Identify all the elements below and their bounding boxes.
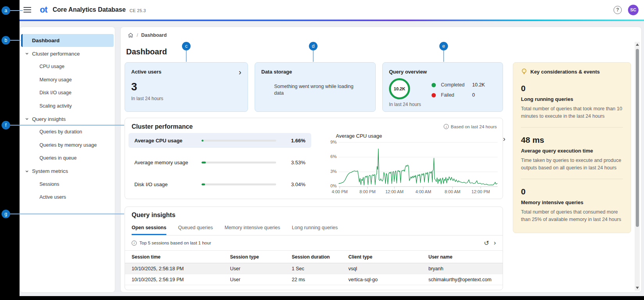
- annotation-line-e: [443, 50, 444, 62]
- tab-open-sessions[interactable]: Open sessions: [132, 225, 166, 235]
- bottom-black-band: [0, 296, 644, 300]
- x-tick-label: 4:00 PM: [332, 189, 348, 194]
- sidebar-item-queries-in-queue[interactable]: Queries in queue: [21, 152, 114, 165]
- screenshot-stage: ot Core Analytics Database CE 25.3 ? SC …: [0, 0, 644, 300]
- panel-title: Key considerations & events: [530, 69, 600, 75]
- query-insights-section: Query insights Open sessions Queued quer…: [125, 207, 503, 290]
- sidebar-item-scaling-activity[interactable]: Scaling activity: [21, 99, 114, 112]
- query-donut-chart: 10.2K: [389, 78, 410, 99]
- progress-bar: [202, 140, 276, 142]
- sidebar-item-cluster-performance[interactable]: Cluster performance: [21, 47, 114, 60]
- x-tick-label: 8:00 AM: [445, 189, 460, 194]
- annotation-line-a: [10, 10, 23, 11]
- hamburger-menu-icon[interactable]: [23, 7, 31, 13]
- sidebar-item-sessions[interactable]: Sessions: [21, 178, 114, 190]
- tab-long-running-queries[interactable]: Long running queries: [292, 225, 337, 235]
- table-header-row: Session time Session type Session durati…: [125, 251, 503, 263]
- breadcrumb: / Dashboard: [128, 32, 167, 38]
- annotation-marker-c: c: [182, 42, 191, 50]
- kp-avg-execution: 48 ms Average query execution time Time …: [521, 135, 623, 179]
- chart-title: Average CPU usage: [336, 133, 382, 139]
- home-icon[interactable]: [128, 32, 134, 38]
- annotation-line-c: [186, 50, 187, 62]
- chevron-down-icon: [25, 169, 29, 173]
- column-header: User name: [428, 254, 497, 260]
- active-users-value: 3: [131, 81, 241, 93]
- sidebar-nav: Dashboard Cluster performance CPU usage …: [20, 27, 115, 293]
- key-considerations-panel: Key considerations & events 0 Long runni…: [513, 62, 631, 233]
- card-title: Data storage: [261, 69, 292, 75]
- annotation-line-b: [10, 40, 20, 41]
- card-title: Query overview: [389, 69, 427, 75]
- annotation-marker-d: d: [309, 42, 318, 50]
- query-insights-tabs: Open sessions Queued queries Memory inte…: [132, 225, 503, 235]
- metric-average-memory[interactable]: Average memory usage 3.53%: [128, 155, 311, 170]
- annotation-line-d: [313, 50, 314, 62]
- chevron-right-icon[interactable]: ›: [239, 69, 241, 75]
- chevron-down-icon: [25, 52, 29, 56]
- data-storage-error-message: Something went wrong while loading data: [274, 83, 356, 97]
- column-header: Session type: [230, 254, 292, 260]
- y-tick-label: 3%: [325, 169, 337, 174]
- info-icon[interactable]: i: [132, 241, 137, 246]
- sessions-table: Session time Session type Session durati…: [125, 251, 503, 285]
- donut-value: 10.2K: [394, 86, 405, 91]
- info-icon: i: [444, 124, 449, 129]
- chevron-down-icon: [25, 117, 29, 121]
- sidebar-item-memory-usage[interactable]: Memory usage: [21, 73, 114, 86]
- app-title: Core Analytics Database: [53, 6, 126, 13]
- scroll-down-arrow-icon[interactable]: [635, 285, 640, 291]
- kp-memory-intensive: 0 Memory intensive queries Total number …: [521, 187, 623, 230]
- scrollbar-thumb[interactable]: [636, 49, 639, 227]
- sidebar-item-queries-by-memory-usage[interactable]: Queries by memory usage: [21, 138, 114, 151]
- tab-queued-queries[interactable]: Queued queries: [178, 225, 213, 235]
- info-text: Top 5 sessions based on last 1 hour: [139, 241, 211, 245]
- sidebar-item-system-metrics[interactable]: System metrics: [21, 165, 114, 178]
- app-header: ot Core Analytics Database CE 25.3 ? SC: [20, 0, 644, 20]
- scroll-up-arrow-icon[interactable]: [635, 42, 640, 47]
- help-icon[interactable]: ?: [614, 6, 622, 14]
- based-on-note[interactable]: i Based on last 24 hours: [444, 124, 497, 129]
- table-row[interactable]: 10/10/2025, 2:56:18 PM User 1 Sec vsql b…: [125, 263, 503, 274]
- table-row[interactable]: 10/10/2025, 2:56:19 PM User 22 ms vertic…: [125, 274, 503, 285]
- failed-dot-icon: [432, 93, 436, 97]
- active-users-card[interactable]: Active users › 3 In last 24 hours: [125, 62, 248, 112]
- annotation-line-f: [10, 125, 124, 126]
- card-caption: In last 24 hours: [131, 96, 241, 101]
- section-title: Query insights: [132, 212, 496, 219]
- breadcrumb-current: Dashboard: [141, 32, 166, 38]
- annotation-marker-a: a: [2, 6, 10, 15]
- table-info-bar: i Top 5 sessions based on last 1 hour ↺ …: [125, 235, 503, 251]
- query-overview-card: Query overview 10.2K Completed 10.2K Fai…: [382, 62, 503, 112]
- vertical-scrollbar[interactable]: [635, 42, 640, 291]
- brand-gradient-bar: [20, 20, 644, 21]
- chevron-right-icon[interactable]: ›: [494, 239, 496, 247]
- y-tick-label: 0%: [325, 183, 337, 188]
- progress-bar: [202, 162, 276, 163]
- progress-bar: [202, 183, 276, 185]
- metric-average-cpu[interactable]: Average CPU usage 1.66%: [128, 133, 311, 148]
- tab-memory-intensive-queries[interactable]: Memory intensive queries: [225, 225, 280, 235]
- refresh-icon[interactable]: ↺: [484, 239, 489, 247]
- y-tick-label: 6%: [325, 154, 337, 159]
- main-content: / Dashboard Dashboard Active users › 3 I…: [120, 27, 642, 293]
- sidebar-item-queries-by-duration[interactable]: Queries by duration: [21, 126, 114, 138]
- sidebar-item-query-insights[interactable]: Query insights: [21, 112, 114, 125]
- card-title: Active users: [131, 69, 161, 75]
- cluster-performance-section: Cluster performance i Based on last 24 h…: [125, 118, 503, 199]
- query-legend: Completed 10.2K Failed 0: [432, 81, 498, 101]
- breadcrumb-separator: /: [137, 32, 138, 38]
- annotation-marker-b: b: [2, 36, 10, 45]
- x-tick-label: 4:00 AM: [416, 189, 431, 194]
- avatar[interactable]: SC: [628, 5, 639, 15]
- data-storage-card: Data storage Something went wrong while …: [255, 62, 376, 112]
- annotation-marker-f: f: [2, 121, 10, 129]
- sidebar-item-dashboard[interactable]: Dashboard: [21, 34, 114, 47]
- sidebar-item-label: Dashboard: [32, 38, 60, 43]
- sidebar-item-active-users[interactable]: Active users: [21, 191, 114, 204]
- chevron-right-icon[interactable]: ›: [503, 135, 505, 143]
- annotation-marker-g: g: [2, 210, 10, 218]
- sidebar-item-disk-io-usage[interactable]: Disk I/O usage: [21, 86, 114, 99]
- metric-disk-io[interactable]: Disk I/O usage 3.04%: [128, 177, 311, 192]
- sidebar-item-cpu-usage[interactable]: CPU usage: [21, 60, 114, 73]
